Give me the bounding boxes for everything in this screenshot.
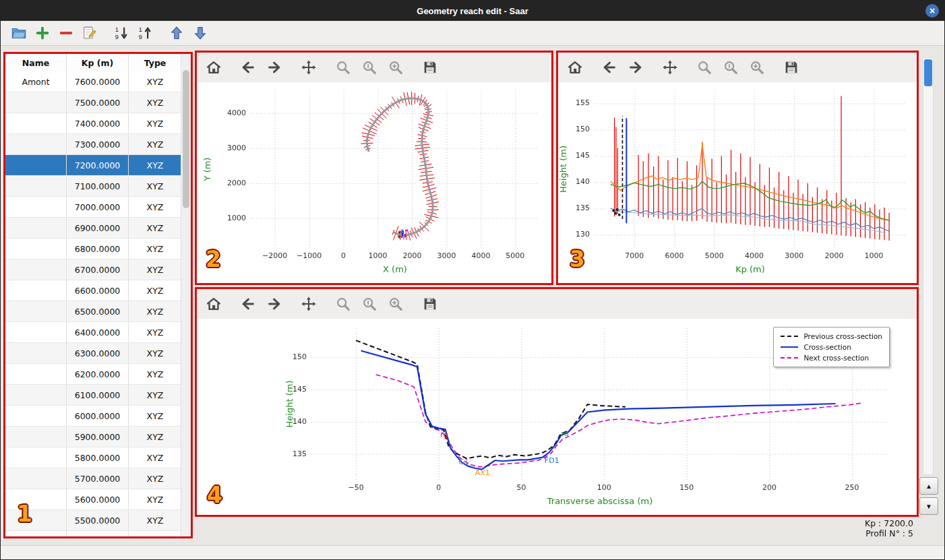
cell-kp[interactable]: 7600.0000 bbox=[67, 71, 129, 92]
cell-name[interactable] bbox=[5, 531, 67, 536]
longitudinal-profile-plot[interactable] bbox=[558, 82, 917, 283]
table-scrollbar-thumb[interactable] bbox=[183, 70, 189, 208]
cell-kp[interactable]: 7500.0000 bbox=[67, 92, 129, 113]
cell-type[interactable]: XYZ bbox=[129, 92, 181, 113]
home-button[interactable] bbox=[566, 59, 584, 76]
cell-kp[interactable]: 5600.0000 bbox=[67, 489, 129, 509]
table-scrollbar[interactable] bbox=[181, 54, 191, 536]
cell-name[interactable] bbox=[5, 489, 67, 509]
open-folder-button[interactable] bbox=[10, 24, 28, 42]
edit-button[interactable] bbox=[81, 24, 98, 42]
cell-kp[interactable]: 6600.0000 bbox=[67, 280, 129, 301]
cell-kp[interactable]: 6500.0000 bbox=[67, 301, 129, 321]
cell-name[interactable] bbox=[5, 134, 67, 154]
forward-button[interactable] bbox=[627, 59, 644, 76]
cell-type[interactable]: XYZ bbox=[129, 489, 181, 509]
zoom-button[interactable] bbox=[334, 59, 352, 76]
table-row[interactable]: 6800.0000XYZ bbox=[5, 239, 181, 259]
cell-name[interactable] bbox=[5, 239, 67, 259]
cell-name[interactable]: Amont bbox=[5, 71, 67, 92]
table-row[interactable]: Amont7600.0000XYZ bbox=[5, 71, 181, 92]
cell-name[interactable] bbox=[5, 113, 67, 133]
cell-kp[interactable]: 6700.0000 bbox=[67, 259, 129, 280]
table-row[interactable]: 6100.0000XYZ bbox=[5, 385, 181, 406]
save-button[interactable] bbox=[421, 59, 439, 76]
cell-name[interactable] bbox=[5, 447, 67, 468]
cell-kp[interactable]: 6300.0000 bbox=[67, 343, 129, 363]
cell-kp[interactable]: 5900.0000 bbox=[67, 427, 129, 447]
cell-type[interactable]: XYZ bbox=[129, 71, 181, 92]
table-row[interactable]: 7000.0000XYZ bbox=[5, 197, 181, 218]
cell-type[interactable]: XYZ bbox=[129, 197, 181, 217]
next-profile-button[interactable]: ▼ bbox=[919, 497, 938, 515]
table-row[interactable]: 6400.0000XYZ bbox=[5, 322, 181, 343]
table-row[interactable]: 6500.0000XYZ bbox=[5, 301, 181, 322]
back-button[interactable] bbox=[601, 59, 618, 76]
cell-kp[interactable]: 6100.0000 bbox=[67, 385, 129, 405]
cell-type[interactable]: XYZ bbox=[129, 531, 181, 536]
table-row[interactable]: 6600.0000XYZ bbox=[5, 280, 181, 301]
table-row[interactable]: 6700.0000XYZ bbox=[5, 259, 181, 280]
cell-kp[interactable]: 5800.0000 bbox=[67, 447, 129, 468]
col-header-name[interactable]: Name bbox=[5, 54, 67, 71]
cell-type[interactable]: XYZ bbox=[129, 510, 181, 530]
cell-kp[interactable]: 6400.0000 bbox=[67, 322, 129, 342]
cell-type[interactable]: XYZ bbox=[129, 364, 181, 384]
forward-button[interactable] bbox=[266, 59, 283, 76]
cell-kp[interactable]: 6900.0000 bbox=[67, 218, 129, 238]
cell-name[interactable] bbox=[5, 343, 67, 363]
cell-kp[interactable]: 5500.0000 bbox=[67, 510, 129, 530]
save-button[interactable] bbox=[783, 59, 800, 76]
cell-name[interactable] bbox=[5, 301, 67, 321]
cell-kp[interactable]: 7000.0000 bbox=[67, 197, 129, 217]
add-button[interactable] bbox=[34, 24, 51, 42]
pan-button[interactable] bbox=[300, 59, 317, 76]
home-button[interactable] bbox=[205, 295, 222, 313]
sort-ascending-button[interactable]: 19 bbox=[136, 24, 154, 42]
cell-name[interactable] bbox=[5, 218, 67, 238]
remove-button[interactable] bbox=[57, 24, 75, 42]
table-row[interactable]: 6000.0000XYZ bbox=[5, 406, 181, 427]
home-button[interactable] bbox=[205, 59, 222, 76]
profile-slider-thumb[interactable] bbox=[924, 59, 932, 86]
table-row[interactable]: 6900.0000XYZ bbox=[5, 218, 181, 239]
zoom-info-button[interactable] bbox=[361, 59, 378, 76]
cell-name[interactable] bbox=[5, 197, 67, 217]
cell-name[interactable] bbox=[5, 510, 67, 530]
cell-kp[interactable]: 7400.0000 bbox=[67, 113, 129, 133]
back-button[interactable] bbox=[239, 295, 257, 313]
table-row[interactable]: 5800.0000XYZ bbox=[5, 447, 181, 468]
cell-type[interactable]: XYZ bbox=[129, 468, 181, 489]
save-button[interactable] bbox=[421, 295, 439, 313]
cell-type[interactable]: XYZ bbox=[129, 239, 181, 259]
cell-kp[interactable]: 5700.0000 bbox=[67, 468, 129, 489]
cell-kp[interactable]: 6200.0000 bbox=[67, 364, 129, 384]
cell-type[interactable]: XYZ bbox=[129, 218, 181, 238]
cell-kp[interactable]: 5400.0000 bbox=[67, 531, 129, 536]
close-button[interactable]: × bbox=[925, 4, 939, 18]
cell-type[interactable]: XYZ bbox=[129, 447, 181, 468]
cell-name[interactable] bbox=[5, 468, 67, 489]
col-header-type[interactable]: Type bbox=[129, 54, 181, 71]
table-row[interactable]: 7200.0000XYZ bbox=[5, 155, 181, 176]
previous-profile-button[interactable]: ▲ bbox=[919, 477, 938, 495]
cell-name[interactable] bbox=[5, 280, 67, 301]
col-header-kp[interactable]: Kp (m) bbox=[67, 54, 129, 71]
table-row[interactable]: 5700.0000XYZ bbox=[5, 468, 181, 489]
pan-button[interactable] bbox=[661, 59, 679, 76]
forward-button[interactable] bbox=[266, 295, 283, 313]
profile-slider[interactable] bbox=[923, 57, 934, 475]
table-row[interactable]: 6200.0000XYZ bbox=[5, 364, 181, 385]
cell-name[interactable] bbox=[5, 322, 67, 342]
cell-name[interactable] bbox=[5, 176, 67, 196]
table-row[interactable]: 7300.0000XYZ bbox=[5, 134, 181, 155]
cell-type[interactable]: XYZ bbox=[129, 280, 181, 301]
cell-type[interactable]: XYZ bbox=[129, 113, 181, 133]
zoom-info-button[interactable] bbox=[722, 59, 739, 76]
zoom-info-button[interactable] bbox=[361, 295, 378, 313]
cell-kp[interactable]: 6800.0000 bbox=[67, 239, 129, 259]
cell-type[interactable]: XYZ bbox=[129, 155, 181, 175]
cell-type[interactable]: XYZ bbox=[129, 343, 181, 363]
cell-name[interactable] bbox=[5, 364, 67, 384]
table-row[interactable]: 5400.0000XYZ bbox=[5, 531, 181, 536]
